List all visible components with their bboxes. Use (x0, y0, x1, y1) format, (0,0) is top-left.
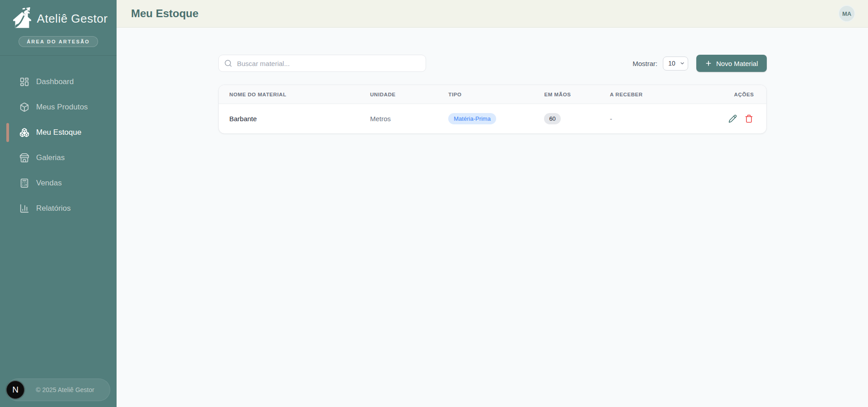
app-root: Ateliê Gestor ÁREA DO ARTESÃO Dashboard … (0, 0, 868, 407)
materials-table-card: NOME DO MATERIAL UNIDADE TIPO EM MÃOS A … (218, 85, 767, 134)
material-to-receive-cell: - (599, 104, 676, 134)
copyright-text: © 2025 Ateliê Gestor (36, 386, 94, 393)
edit-button[interactable] (727, 114, 738, 124)
material-type-cell: Matéria-Prima (437, 104, 533, 134)
col-header-unit: UNIDADE (359, 85, 437, 104)
materials-table: NOME DO MATERIAL UNIDADE TIPO EM MÃOS A … (219, 85, 766, 133)
new-material-label: Novo Material (716, 60, 758, 67)
storefront-icon (19, 153, 29, 163)
material-actions-cell (676, 104, 766, 134)
sidebar-item-label: Meu Estoque (36, 128, 81, 137)
boxes-icon (19, 128, 29, 137)
page-size-select[interactable]: 10 (663, 57, 688, 71)
material-in-hand-cell: 60 (533, 104, 599, 134)
show-label: Mostrar: (633, 60, 657, 67)
col-header-type: TIPO (437, 85, 533, 104)
layout-dashboard-icon (19, 77, 29, 87)
pencil-icon (728, 114, 737, 123)
sidebar-item-label: Vendas (36, 179, 62, 188)
topbar: Meu Estoque MA (117, 0, 868, 28)
logo-block: Ateliê Gestor ÁREA DO ARTESÃO (0, 0, 117, 56)
search-box (218, 55, 426, 72)
sidebar-item-galerias[interactable]: Galerias (6, 147, 110, 169)
sidebar: Ateliê Gestor ÁREA DO ARTESÃO Dashboard … (0, 0, 117, 407)
sidebar-item-dashboard[interactable]: Dashboard (6, 71, 110, 93)
material-name-cell: Barbante (219, 104, 359, 134)
sidebar-nav: Dashboard Meus Produtos Meu Estoque Gale… (0, 71, 117, 219)
col-header-to-receive: A RECEBER (599, 85, 676, 104)
sidebar-item-label: Dashboard (36, 77, 74, 86)
col-header-name: NOME DO MATERIAL (219, 85, 359, 104)
sidebar-footer: © 2025 Ateliê Gestor N (0, 379, 117, 407)
sidebar-item-label: Relatórios (36, 204, 71, 213)
calculator-icon (19, 178, 29, 188)
brand-name: Ateliê Gestor (37, 12, 108, 26)
sidebar-item-relatorios[interactable]: Relatórios (6, 198, 110, 219)
type-badge: Matéria-Prima (448, 113, 496, 124)
new-material-button[interactable]: Novo Material (696, 55, 767, 72)
package-icon (19, 102, 29, 112)
delete-button[interactable] (744, 114, 754, 124)
sidebar-item-meus-produtos[interactable]: Meus Produtos (6, 96, 110, 118)
search-icon (224, 59, 232, 67)
toolbar: Mostrar: 10 (218, 55, 767, 72)
material-unit-cell: Metros (359, 104, 437, 134)
sidebar-item-label: Meus Produtos (36, 103, 88, 112)
brand-link[interactable]: Ateliê Gestor (9, 5, 108, 32)
page-size-select-wrap: 10 (663, 57, 688, 71)
area-badge: ÁREA DO ARTESÃO (19, 36, 98, 47)
house-branch-logo-icon (9, 5, 35, 32)
col-header-in-hand: EM MÃOS (533, 85, 599, 104)
plus-icon (705, 60, 712, 67)
quantity-badge: 60 (544, 113, 560, 124)
main-area: Meu Estoque MA Mostrar: (117, 0, 868, 407)
page-title: Meu Estoque (131, 7, 198, 20)
toolbar-right-controls: Mostrar: 10 (633, 55, 767, 72)
bar-chart-icon (19, 204, 29, 213)
user-avatar[interactable]: MA (838, 5, 855, 22)
sidebar-item-meu-estoque[interactable]: Meu Estoque (6, 122, 110, 143)
table-row: Barbante Metros Matéria-Prima 60 - (219, 104, 766, 134)
sidebar-item-label: Galerias (36, 153, 65, 162)
content: Mostrar: 10 (117, 28, 868, 407)
table-header: NOME DO MATERIAL UNIDADE TIPO EM MÃOS A … (219, 85, 766, 104)
search-input[interactable] (218, 55, 426, 72)
col-header-actions: AÇÕES (676, 85, 766, 104)
trash-icon (745, 114, 753, 123)
nextjs-dev-badge[interactable]: N (6, 381, 24, 399)
sidebar-item-vendas[interactable]: Vendas (6, 172, 110, 194)
